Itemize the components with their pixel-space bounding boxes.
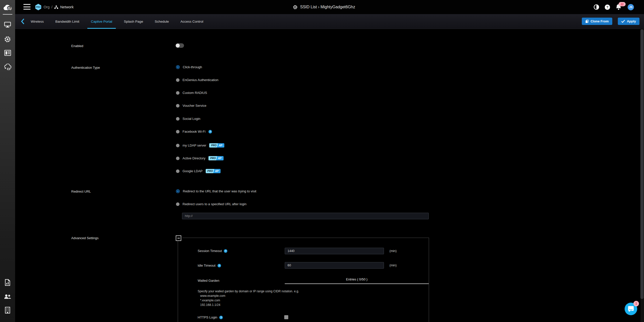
auth-option-label: Voucher Service	[183, 104, 206, 108]
network-icon	[54, 5, 58, 9]
tab-wireless[interactable]: Wireless	[30, 14, 44, 29]
breadcrumb-org[interactable]: Org	[44, 5, 50, 9]
avatar[interactable]: JS	[628, 4, 634, 10]
walled-garden-example: www.example.com	[198, 294, 299, 298]
sidebar-item-topology[interactable]	[0, 47, 15, 58]
auth-option-label: Google LDAP	[183, 169, 203, 173]
sidebar-item-devices[interactable]	[0, 19, 15, 30]
idle-timeout-row-label: Idle Timeout ?	[198, 264, 221, 267]
facebook-wifi-help-icon[interactable]: ?	[208, 130, 212, 133]
help-icon[interactable]: ?	[605, 5, 610, 10]
collapse-toggle[interactable]	[176, 235, 181, 241]
auth-option-facebook-wifi[interactable]: Facebook Wi-Fi ?	[176, 130, 212, 133]
radio-selected-icon[interactable]	[176, 189, 180, 193]
session-timeout-row-label: Session Timeout ?	[198, 249, 227, 253]
sidebar-item-firmware[interactable]	[0, 61, 15, 73]
breadcrumb-separator: /	[51, 5, 52, 9]
notifications-button[interactable]: 22	[616, 4, 622, 10]
pro-badge-text: PRO	[209, 143, 218, 148]
redirect-option-specified-url[interactable]: Redirect users to a specified URL after …	[176, 202, 246, 206]
auth-option-voucher-service[interactable]: Voucher Service	[176, 104, 206, 108]
auth-option-google-ldap[interactable]: Google LDAP PRO AP	[176, 169, 221, 173]
idle-timeout-unit: (min)	[389, 264, 397, 267]
toggle-knob	[176, 44, 180, 48]
auth-option-active-directory[interactable]: Active Directory PRO AP	[176, 156, 224, 160]
report-icon	[5, 279, 11, 286]
apply-button[interactable]: Apply	[618, 18, 639, 25]
panel-border-left	[178, 241, 178, 322]
pro-ap-badge: PRO AP	[208, 156, 224, 160]
clone-from-label: Clone From	[591, 19, 609, 23]
clone-from-button[interactable]: Clone From	[582, 18, 612, 25]
tab-access-control[interactable]: Access Control	[180, 14, 204, 29]
sidebar-item-reports[interactable]	[0, 277, 15, 288]
monitor-icon	[4, 21, 11, 28]
breadcrumb-network[interactable]: Network	[60, 5, 74, 9]
authentication-type-label: Authentication Type	[71, 66, 100, 69]
notification-count-badge: 22	[619, 2, 626, 6]
pro-ap-badge: PRO AP	[209, 143, 224, 148]
sidebar-item-settings[interactable]	[0, 34, 15, 45]
radio-icon[interactable]	[176, 91, 180, 95]
apply-label: Apply	[627, 19, 636, 23]
radio-icon[interactable]	[176, 169, 180, 173]
radio-selected-icon[interactable]	[176, 65, 180, 69]
entries-header-underline	[285, 283, 429, 284]
pro-badge-text: PRO	[206, 169, 214, 173]
radio-icon[interactable]	[176, 157, 180, 160]
walled-garden-example: 192.168.1.1/24	[198, 303, 299, 307]
theme-toggle-icon[interactable]	[594, 4, 599, 10]
redirect-option-original-url[interactable]: Redirect to the URL that the user was tr…	[176, 189, 256, 193]
auth-option-label: my LDAP server	[183, 144, 206, 147]
topbar-actions: ? 22 JS	[594, 0, 634, 14]
breadcrumb: Org / Network	[44, 0, 74, 14]
radio-icon[interactable]	[176, 202, 180, 206]
auth-option-social-login[interactable]: Social Login	[176, 117, 200, 121]
session-timeout-help-icon[interactable]: ?	[224, 249, 227, 253]
https-login-help-icon[interactable]: ?	[219, 316, 223, 319]
radio-icon[interactable]	[176, 104, 180, 108]
enabled-toggle[interactable]	[175, 43, 184, 48]
https-login-label: HTTPS Login	[198, 315, 217, 319]
sidebar-item-organization[interactable]	[0, 305, 15, 316]
auth-option-custom-radius[interactable]: Custom RADIUS	[176, 91, 207, 95]
session-timeout-input[interactable]	[285, 248, 384, 254]
idle-timeout-input[interactable]	[285, 262, 384, 269]
engenius-cloud-logo[interactable]: G	[0, 3, 15, 13]
back-button[interactable]	[19, 18, 26, 25]
auth-option-engenius-authentication[interactable]: EnGenius Authentication	[176, 78, 218, 82]
https-login-checkbox[interactable]	[284, 315, 288, 319]
sidebar-item-team[interactable]	[0, 291, 15, 302]
top-bar: PRO Org / Network SSID List › MightyGadg…	[15, 0, 644, 14]
tab-captive-portal[interactable]: Captive Portal	[90, 14, 113, 29]
redirect-option-label: Redirect to the URL that the user was tr…	[183, 189, 256, 193]
hamburger-menu-button[interactable]	[23, 4, 30, 10]
chevron-left-icon	[21, 19, 24, 24]
cloud-logo-icon: G	[3, 4, 12, 12]
radio-icon[interactable]	[176, 144, 180, 147]
svg-text:G: G	[8, 6, 11, 10]
ap-badge-text: AP	[214, 169, 221, 173]
auth-option-click-through[interactable]: Click-through	[176, 65, 202, 69]
auth-option-label: EnGenius Authentication	[183, 78, 218, 82]
radio-icon[interactable]	[176, 78, 180, 82]
people-icon	[4, 294, 11, 300]
clone-icon	[585, 20, 589, 23]
tab-bandwidth-limit[interactable]: Bandwidth Limit	[55, 14, 80, 29]
enabled-label: Enabled	[71, 44, 83, 48]
radio-icon[interactable]	[176, 117, 180, 121]
tab-actions: Clone From Apply	[582, 18, 639, 25]
tab-schedule[interactable]: Schedule	[154, 14, 169, 29]
scrollbar-thumb[interactable]	[640, 29, 643, 299]
auth-option-label: Active Directory	[183, 156, 205, 160]
redirect-url-input[interactable]	[182, 213, 429, 219]
tab-bar: Wireless Bandwidth Limit Captive Portal …	[15, 14, 644, 29]
walled-garden-entries-header[interactable]: Entries ( 0/50 )	[285, 277, 429, 281]
tab-splash-page[interactable]: Splash Page	[123, 14, 144, 29]
check-icon	[621, 20, 625, 23]
idle-timeout-help-icon[interactable]: ?	[218, 264, 221, 267]
walled-garden-label-row: Walled Garden	[198, 279, 219, 282]
ssid-settings-gear-icon[interactable]	[293, 5, 298, 10]
radio-icon[interactable]	[176, 130, 180, 133]
auth-option-my-ldap-server[interactable]: my LDAP server PRO AP	[176, 143, 224, 148]
